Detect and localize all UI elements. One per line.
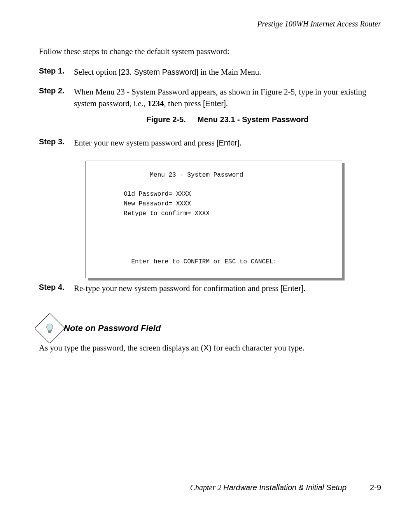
step-body: When Menu 23 - System Password appears, … — [74, 86, 381, 129]
terminal-new-password: New Password= XXXX — [124, 200, 191, 207]
figure-caption: Figure 2-5.Menu 23.1 - System Password — [74, 114, 381, 125]
page-number: 2-9 — [370, 483, 381, 492]
step-1: Step 1. Select option [23. System Passwo… — [39, 67, 381, 78]
step-label: Step 3. — [39, 137, 74, 146]
footer-chapter-label: Chapter 2 — [190, 483, 224, 492]
terminal-screen: Menu 23 - System Password Old Password= … — [86, 161, 342, 278]
note-title: Note on Password Field — [64, 323, 161, 333]
page-header: Prestige 100WH Internet Access Router — [39, 19, 381, 31]
step-body: Re-type your new system password for con… — [74, 283, 381, 294]
menu-option: [23. System Password] — [119, 68, 198, 76]
enter-key: [Enter] — [203, 99, 226, 108]
step-label: Step 2. — [39, 86, 74, 95]
lightbulb-icon — [34, 313, 65, 344]
note-text: As you type the password, the screen dis… — [39, 343, 381, 353]
terminal-prompt: Enter here to CONFIRM or ESC to CANCEL: — [131, 258, 276, 265]
terminal-figure: Menu 23 - System Password Old Password= … — [86, 161, 342, 278]
terminal-retype: Retype to confirm= XXXX — [124, 210, 210, 217]
page-footer: Chapter 2 Hardware Installation & Initia… — [39, 479, 381, 492]
step-4: Step 4. Re-type your new system password… — [39, 283, 381, 294]
note-header: Note on Password Field — [39, 317, 381, 339]
step-body: Enter your new system password and press… — [74, 137, 381, 149]
step-body: Select option [23. System Password] in t… — [74, 67, 381, 78]
step-label: Step 4. — [39, 283, 74, 292]
figure-number: Figure 2-5. — [147, 115, 186, 124]
enter-key: [Enter] — [217, 138, 240, 147]
enter-key: [Enter] — [280, 284, 303, 293]
step-3: Step 3. Enter your new system password a… — [39, 137, 381, 149]
footer-chapter-title: Hardware Installation & Initial Setup — [223, 483, 346, 492]
step-label: Step 1. — [39, 67, 74, 75]
x-char: X — [203, 344, 208, 352]
step-2: Step 2. When Menu 23 - System Password a… — [39, 86, 381, 129]
figure-title: Menu 23.1 - System Password — [198, 115, 309, 124]
header-title: Prestige 100WH Internet Access Router — [257, 19, 381, 28]
terminal-title: Menu 23 - System Password — [150, 172, 243, 179]
default-password: 1234 — [148, 99, 164, 108]
intro-text: Follow these steps to change the default… — [39, 47, 381, 56]
terminal-old-password: Old Password= XXXX — [124, 191, 191, 198]
svg-rect-0 — [49, 330, 51, 331]
bulb-svg — [44, 323, 55, 334]
